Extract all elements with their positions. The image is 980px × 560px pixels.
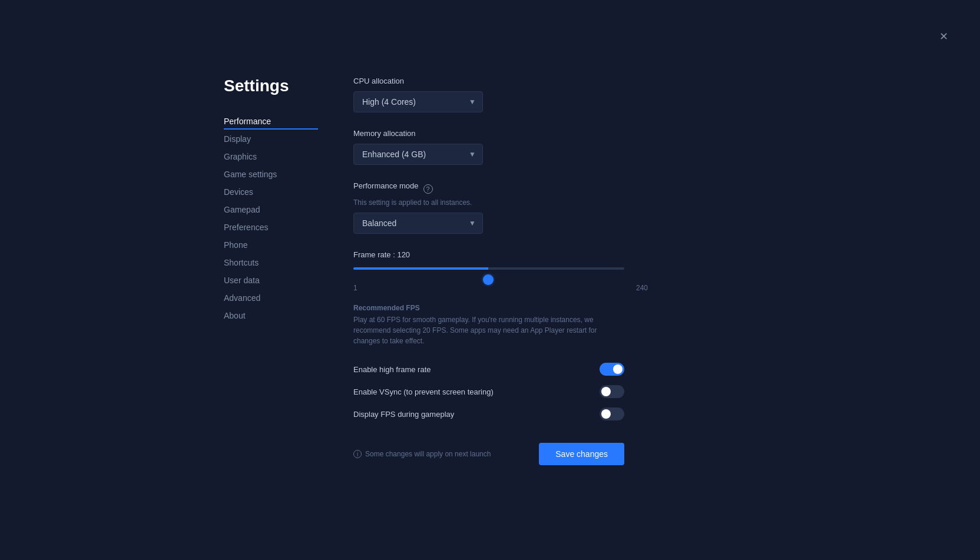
toggle-label-vsync: Enable VSync (to prevent screen tearing) xyxy=(353,387,494,396)
footer-note: i Some changes will apply on next launch xyxy=(353,450,491,458)
fps-info-title: Recommended FPS xyxy=(353,304,648,312)
info-icon: i xyxy=(353,450,362,458)
memory-label: Memory allocation xyxy=(353,129,648,138)
save-button[interactable]: Save changes xyxy=(539,443,624,465)
sidebar-item-game-settings[interactable]: Game settings xyxy=(224,166,318,183)
sidebar-item-performance[interactable]: Performance xyxy=(224,113,318,130)
sidebar-item-advanced[interactable]: Advanced xyxy=(224,290,318,306)
performance-mode-label-row: Performance mode ? xyxy=(353,181,648,196)
memory-dropdown[interactable]: Low (1 GB) Medium (2 GB) Enhanced (4 GB)… xyxy=(353,144,483,165)
sidebar-item-user-data[interactable]: User data xyxy=(224,272,318,289)
toggle-thumb-display-fps xyxy=(601,409,611,419)
toggles-section: Enable high frame rate Enable VSync (to … xyxy=(353,358,648,425)
toggle-display-fps[interactable] xyxy=(600,407,624,420)
sidebar-item-shortcuts[interactable]: Shortcuts xyxy=(224,254,318,271)
frame-rate-slider[interactable] xyxy=(353,274,624,277)
main-content: CPU allocation Low (1 Core) Medium (2 Co… xyxy=(353,77,648,465)
footer-note-text: Some changes will apply on next launch xyxy=(365,450,491,458)
memory-section: Memory allocation Low (1 GB) Medium (2 G… xyxy=(353,129,648,165)
sidebar-item-phone[interactable]: Phone xyxy=(224,237,318,253)
slider-range-labels: 1 240 xyxy=(353,284,648,292)
sidebar-item-about[interactable]: About xyxy=(224,307,318,324)
cpu-dropdown-wrapper: Low (1 Core) Medium (2 Cores) High (4 Co… xyxy=(353,91,483,112)
frame-rate-label: Frame rate : 120 xyxy=(353,250,648,259)
performance-mode-label: Performance mode xyxy=(353,181,419,190)
sidebar-item-display[interactable]: Display xyxy=(224,131,318,147)
cpu-dropdown[interactable]: Low (1 Core) Medium (2 Cores) High (4 Co… xyxy=(353,91,483,112)
toggle-label-display-fps: Display FPS during gameplay xyxy=(353,410,454,419)
fps-info-text: Play at 60 FPS for smooth gameplay. If y… xyxy=(353,314,618,346)
sidebar-item-devices[interactable]: Devices xyxy=(224,184,318,200)
toggle-row-high-frame-rate: Enable high frame rate xyxy=(353,358,624,380)
slider-track xyxy=(353,267,624,270)
page-title: Settings xyxy=(224,77,318,95)
fps-info: Recommended FPS Play at 60 FPS for smoot… xyxy=(353,304,648,346)
footer: i Some changes will apply on next launch… xyxy=(353,443,624,465)
slider-min-label: 1 xyxy=(353,284,357,292)
toggle-label-high-frame-rate: Enable high frame rate xyxy=(353,365,431,374)
sidebar-item-preferences[interactable]: Preferences xyxy=(224,219,318,236)
toggle-vsync[interactable] xyxy=(600,385,624,398)
sidebar: Performance Display Graphics Game settin… xyxy=(224,113,318,324)
performance-mode-sublabel: This setting is applied to all instances… xyxy=(353,198,648,207)
slider-max-label: 240 xyxy=(636,284,648,292)
toggle-high-frame-rate[interactable] xyxy=(600,363,624,376)
cpu-label: CPU allocation xyxy=(353,77,648,85)
sidebar-item-graphics[interactable]: Graphics xyxy=(224,148,318,165)
performance-mode-dropdown[interactable]: Power saving Balanced High performance xyxy=(353,213,483,234)
performance-mode-dropdown-wrapper: Power saving Balanced High performance ▼ xyxy=(353,213,483,234)
toggle-thumb-vsync xyxy=(601,387,611,396)
toggle-row-display-fps: Display FPS during gameplay xyxy=(353,403,624,425)
sidebar-item-gamepad[interactable]: Gamepad xyxy=(224,201,318,218)
toggle-thumb-high-frame-rate xyxy=(613,365,623,374)
performance-mode-section: Performance mode ? This setting is appli… xyxy=(353,181,648,234)
memory-dropdown-wrapper: Low (1 GB) Medium (2 GB) Enhanced (4 GB)… xyxy=(353,144,483,165)
slider-container xyxy=(353,267,624,280)
frame-rate-section: Frame rate : 120 1 240 xyxy=(353,250,648,292)
close-button[interactable]: ✕ xyxy=(936,29,951,44)
cpu-section: CPU allocation Low (1 Core) Medium (2 Co… xyxy=(353,77,648,112)
performance-mode-help-icon[interactable]: ? xyxy=(423,184,433,194)
toggle-row-vsync: Enable VSync (to prevent screen tearing) xyxy=(353,380,624,403)
